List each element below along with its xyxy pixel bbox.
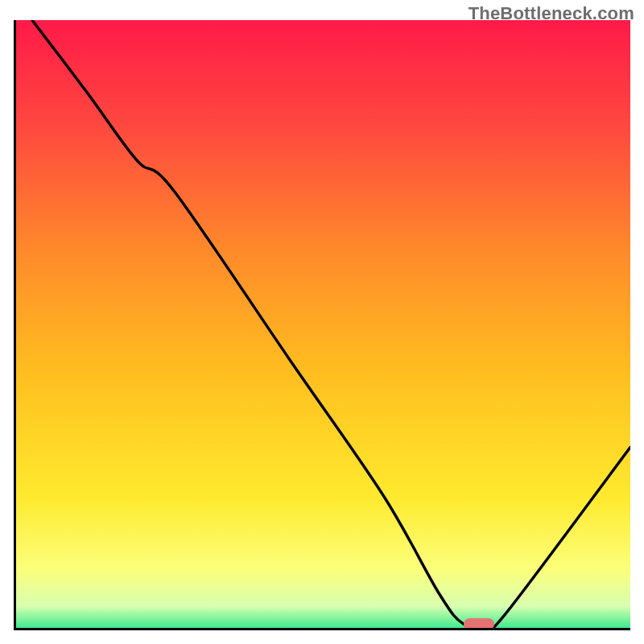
bottleneck-curve <box>14 20 630 630</box>
plot-area <box>14 20 630 630</box>
chart-container: TheBottleneck.com <box>0 0 644 644</box>
axis-x <box>14 628 630 630</box>
axis-y <box>14 20 16 630</box>
